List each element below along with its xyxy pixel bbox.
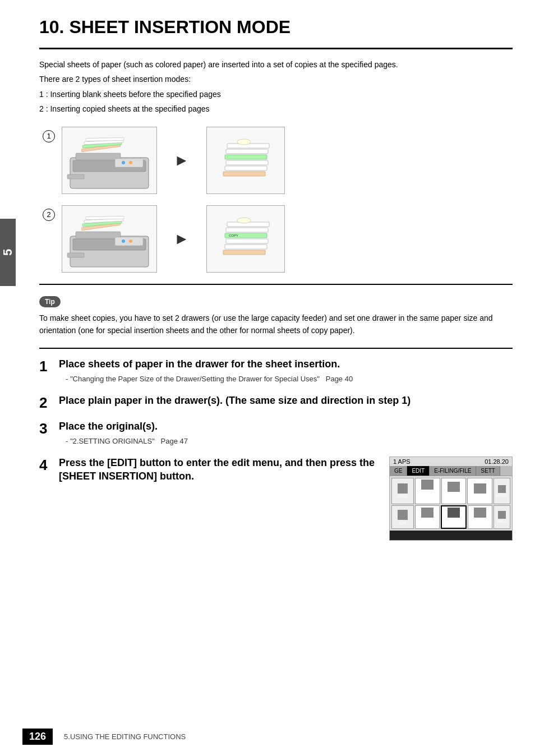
ss-header-left: 1 APS (393, 458, 411, 465)
tip-divider-top (39, 284, 513, 285)
step-2-title: Place plain paper in the drawer(s). (The… (59, 394, 513, 407)
page-footer: 126 5.USING THE EDITING FUNCTIONS (0, 729, 535, 745)
svg-rect-7 (115, 159, 143, 167)
svg-rect-11 (223, 172, 265, 176)
ss-cell-bookcenter[interactable]: BOOK CENTER ERASE (415, 478, 440, 504)
ss-tab-efiling[interactable]: E-FILING/FILE (430, 466, 476, 476)
svg-rect-25 (115, 237, 143, 246)
step-3-number: 3 (39, 421, 59, 436)
intro-item2: 2 : Inserting copied sheets at the speci… (39, 103, 513, 115)
step-1-content: Place sheets of paper in the drawer for … (59, 358, 513, 384)
ss-cell-mage: MAGE (494, 478, 510, 504)
main-content: 10. SHEET INSERTION MODE Special sheets … (22, 0, 535, 573)
diagram-result-2: COPY (206, 205, 285, 273)
step-2-number: 2 (39, 395, 59, 410)
chapter-tab: 5 (0, 219, 16, 286)
tip-badge: Tip (39, 296, 61, 307)
ss-header: 1 APS 01.28.20 (390, 457, 512, 466)
step-4-text: Press the [EDIT] button to enter the edi… (59, 457, 378, 485)
step-3-sub: "2.SETTING ORIGINALS" Page 47 (66, 436, 513, 447)
copier-illustration-1 (64, 130, 154, 191)
page-title: 10. SHEET INSERTION MODE (39, 17, 513, 42)
svg-rect-13 (226, 160, 268, 165)
ss-tab-ge[interactable]: GE (390, 466, 407, 476)
step-4-row: Press the [EDIT] button to enter the edi… (59, 457, 513, 541)
diagram-label-1: 1 (43, 130, 55, 142)
svg-rect-14 (225, 155, 267, 159)
step-3: 3 Place the original(s). "2.SETTING ORIG… (39, 420, 513, 446)
diagram-area: 1 (62, 127, 513, 273)
intro-line2: There are 2 types of sheet insertion mod… (39, 73, 513, 85)
diagram-row-1: 1 (62, 127, 285, 194)
step-4-content: Press the [EDIT] button to enter the edi… (59, 457, 513, 541)
svg-rect-12 (225, 166, 267, 170)
svg-point-8 (122, 161, 125, 164)
page-number: 126 (22, 729, 53, 745)
svg-rect-16 (227, 144, 269, 148)
ss-cell-om: OM (391, 505, 414, 529)
svg-rect-23 (86, 216, 124, 219)
step-3-content: Place the original(s). "2.SETTING ORIGIN… (59, 420, 513, 446)
ss-cell-pase: PASE (391, 478, 414, 504)
svg-point-26 (122, 239, 125, 243)
ss-cell-2in1[interactable]: 2IN1/4IN1 (467, 478, 492, 504)
result-stack-1 (209, 130, 282, 191)
step-1: 1 Place sheets of paper in the drawer fo… (39, 358, 513, 384)
ss-tab-sett[interactable]: SETT (476, 466, 500, 476)
diagram-row-2: 2 ► (62, 205, 285, 273)
svg-rect-24 (76, 232, 121, 238)
footer-text: 5.USING THE EDITING FUNCTIONS (64, 732, 186, 741)
step-3-title: Place the original(s). (59, 420, 513, 433)
ss-tabs: GE EDIT E-FILING/FILE SETT (390, 466, 512, 476)
ss-header-right: 01.28.20 (485, 458, 509, 465)
result-stack-2: COPY (209, 208, 282, 270)
diagram-copier-2 (62, 205, 157, 273)
svg-point-36 (237, 218, 251, 223)
svg-rect-35 (227, 222, 269, 227)
intro-section: Special sheets of paper (such as colored… (39, 58, 513, 116)
steps-section: 1 Place sheets of paper in the drawer fo… (39, 358, 513, 541)
step-4: 4 Press the [EDIT] button to enter the e… (39, 457, 513, 541)
arrow-2: ► (174, 230, 190, 248)
copier-illustration-2 (64, 208, 154, 270)
arrow-1: ► (174, 151, 190, 169)
diagram-label-2: 2 (43, 209, 55, 221)
step-2-content: Place plain paper in the drawer(s). (The… (59, 394, 513, 409)
ss-cell-coversheet[interactable]: COVER SHEET (415, 505, 440, 529)
ss-tab-edit[interactable]: EDIT (407, 466, 430, 476)
diagram-copier-1 (62, 127, 157, 194)
svg-rect-28 (67, 253, 84, 257)
svg-rect-15 (226, 149, 268, 154)
ss-cell-sheetinsertion[interactable]: SHEET INSERTION (441, 505, 467, 529)
svg-point-17 (237, 139, 251, 145)
step-1-sub: "Changing the Paper Size of the Drawer/S… (66, 374, 513, 385)
step-1-number: 1 (39, 359, 59, 374)
svg-rect-10 (67, 174, 84, 179)
svg-rect-31 (226, 239, 268, 243)
svg-rect-6 (76, 153, 121, 160)
step-2: 2 Place plain paper in the drawer(s). (T… (39, 394, 513, 410)
tip-text: To make sheet copies, you have to set 2 … (39, 312, 513, 337)
step-1-title: Place sheets of paper in the drawer for … (59, 358, 513, 371)
diagram-result-1 (206, 127, 285, 194)
tip-divider-bottom (39, 348, 513, 349)
top-divider (39, 48, 513, 49)
step-4-title: Press the [EDIT] button to enter the edi… (59, 457, 378, 483)
svg-point-27 (129, 239, 132, 243)
intro-item1: 1 : Inserting blank sheets before the sp… (39, 88, 513, 100)
tip-section: Tip To make sheet copies, you have to se… (39, 296, 513, 337)
intro-line1: Special sheets of paper (such as colored… (39, 58, 513, 71)
svg-text:COPY: COPY (229, 234, 238, 237)
svg-point-9 (129, 161, 132, 164)
svg-rect-30 (225, 245, 267, 249)
svg-rect-34 (226, 228, 268, 232)
ss-cell-timestamp[interactable]: TIME STAMP (468, 505, 492, 529)
edit-menu-screenshot: 1 APS 01.28.20 GE EDIT E-FILING/FILE SET… (389, 457, 513, 541)
step-4-number: 4 (39, 458, 59, 472)
ss-cell-dualpage[interactable]: DUAL PAGE (441, 478, 467, 504)
svg-rect-5 (86, 137, 124, 141)
svg-rect-29 (223, 250, 265, 255)
ss-cell-page: PAGE (494, 505, 510, 529)
